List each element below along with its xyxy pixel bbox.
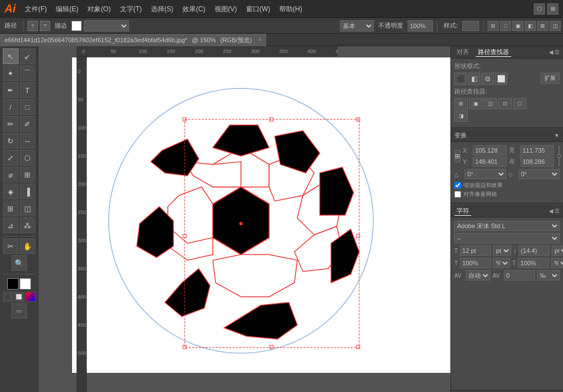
intersect-btn[interactable]: ⧉ <box>481 73 494 85</box>
tab-close-btn[interactable]: × <box>258 34 262 46</box>
width-input[interactable]: 111.735 <box>520 145 554 155</box>
eyedropper-tool[interactable]: ⊿ <box>3 217 19 233</box>
hand-tool[interactable]: ✋ <box>20 238 35 254</box>
warp-tool[interactable]: ⌀ <box>3 167 19 182</box>
scale-tool[interactable]: ⤢ <box>3 150 19 166</box>
stroke-mode-btn[interactable]: ⬜ <box>14 292 24 302</box>
shear-select[interactable]: 0° <box>519 169 560 179</box>
toolbar-extra4[interactable]: ◧ <box>525 21 536 31</box>
crop-btn[interactable]: ⊡ <box>498 98 512 109</box>
menu-edit[interactable]: 编辑(E) <box>51 0 83 18</box>
free-transform-tool[interactable]: ⊞ <box>20 167 35 182</box>
mesh-tool[interactable]: ⊞ <box>3 201 19 216</box>
shear-tool[interactable]: ⬡ <box>20 150 35 166</box>
app-logo: Ai <box>0 0 20 18</box>
zoom-tool[interactable]: 🔍 <box>11 255 27 271</box>
symbol-tool[interactable]: ◈ <box>3 184 19 199</box>
font-family-select[interactable]: Adobe 宋体 Std L <box>454 221 560 231</box>
select-tool[interactable]: ↖ <box>3 48 19 64</box>
mode-btn1[interactable]: ? <box>28 21 38 31</box>
fill-mode-btn[interactable]: ⬛ <box>3 292 13 302</box>
lasso-tool[interactable]: ⌒ <box>20 65 35 81</box>
scale-stroke-checkbox[interactable] <box>454 182 461 189</box>
outline-btn[interactable]: ⬡ <box>513 98 526 109</box>
height-input[interactable]: 108.286 <box>520 157 554 167</box>
transform-collapse-btn[interactable]: ▼ <box>554 132 560 139</box>
hscale-unit[interactable]: % <box>493 258 510 268</box>
character-tab[interactable]: 字符 <box>454 207 471 216</box>
y-input[interactable]: 148.401 <box>473 157 507 167</box>
rotate-tool[interactable]: ↻ <box>3 133 19 149</box>
scissors-tool[interactable]: ✂ <box>3 238 19 254</box>
panel-collapse-btn[interactable]: ◀ <box>549 49 553 55</box>
toolbar-extra3[interactable]: ▣ <box>512 21 524 31</box>
tracking-unit[interactable]: ‰ <box>537 270 560 280</box>
menu-select[interactable]: 选择(S) <box>146 0 178 18</box>
pencil-tool[interactable]: ✐ <box>20 116 35 132</box>
blend-mode-select[interactable]: 基本 <box>340 20 374 32</box>
tracking-input[interactable] <box>504 270 535 280</box>
pen-tool[interactable]: ✒ <box>3 82 19 98</box>
align-pixel-checkbox[interactable] <box>454 191 461 198</box>
pathfinder-tab[interactable]: 路径查找器 <box>476 48 511 57</box>
line-tool[interactable]: / <box>3 99 19 115</box>
vscale-unit[interactable]: % <box>551 258 563 268</box>
draw-mode-btn[interactable]: ▭ <box>11 303 27 319</box>
toolbar-extra5[interactable]: ⊠ <box>537 21 548 31</box>
menu-file[interactable]: 文件(F) <box>20 0 51 18</box>
transform-link-icon[interactable]: ⊞ <box>454 150 461 162</box>
menu-view[interactable]: 视图(V) <box>210 0 242 18</box>
vscale-input[interactable] <box>518 258 549 268</box>
merge-btn[interactable]: ◫ <box>484 98 497 109</box>
leading-unit-select[interactable]: pt <box>552 246 563 256</box>
toolbar-extra1[interactable]: ⊞ <box>488 21 499 31</box>
unite-btn[interactable]: ⬛ <box>454 73 467 85</box>
panel-menu-btn[interactable]: ☰ <box>555 49 560 55</box>
divide-btn[interactable]: ⊞ <box>454 98 468 109</box>
hscale-input[interactable] <box>460 258 491 268</box>
gradient-mode-btn[interactable] <box>25 292 35 302</box>
stroke-weight-select[interactable] <box>84 20 129 32</box>
active-tab[interactable]: e66fd1441d12e0566470857602ef6152_t0182a3… <box>0 34 267 46</box>
direct-select-tool[interactable]: ↙ <box>20 48 35 64</box>
opacity-input[interactable] <box>408 20 433 32</box>
magic-wand-tool[interactable]: ✦ <box>3 65 19 81</box>
minus-front-btn[interactable]: ◧ <box>468 73 480 85</box>
font-style-select[interactable]: – <box>454 233 560 243</box>
x-input[interactable]: 105.128 <box>473 145 507 155</box>
trim-btn[interactable]: ▣ <box>469 98 482 109</box>
reflect-tool[interactable]: ↔ <box>20 133 35 149</box>
rect-tool[interactable]: □ <box>20 99 35 115</box>
type-tool[interactable]: T <box>20 82 35 98</box>
minus-back-btn[interactable]: ◨ <box>454 110 468 122</box>
blend-tool[interactable]: ⁂ <box>20 217 35 233</box>
toolbar-extra6[interactable]: ◫ <box>549 21 561 31</box>
svg-text:450: 450 <box>336 48 338 54</box>
angle-select[interactable]: 0° <box>464 169 506 179</box>
leading-input[interactable] <box>519 246 549 256</box>
toolbar-extra2[interactable]: □ <box>500 21 511 31</box>
char-menu-btn[interactable]: ☰ <box>555 208 560 214</box>
mode-btn2[interactable]: ? <box>40 21 50 31</box>
size-unit-select[interactable]: pt <box>493 246 511 256</box>
menu-object[interactable]: 对象(O) <box>83 0 115 18</box>
char-collapse-btn[interactable]: ◀ <box>549 208 553 214</box>
column-graph-tool[interactable]: ▐ <box>20 184 35 199</box>
menu-window[interactable]: 窗口(W) <box>242 0 275 18</box>
paintbrush-tool[interactable]: ✏ <box>3 116 19 132</box>
stroke-color[interactable] <box>72 21 82 31</box>
gradient-tool[interactable]: ◫ <box>20 201 35 216</box>
stroke-color-swatch[interactable] <box>20 278 31 289</box>
align-tab[interactable]: 对齐 <box>454 48 471 57</box>
fill-color[interactable] <box>7 278 19 289</box>
kerning-select[interactable]: 自动 <box>466 270 490 280</box>
search-icon[interactable]: ⬡ <box>534 3 545 15</box>
expand-btn[interactable]: 扩展 <box>540 73 560 84</box>
menu-effect[interactable]: 效果(C) <box>178 0 210 18</box>
style-swatch[interactable] <box>462 21 479 31</box>
menu-help[interactable]: 帮助(H) <box>275 0 307 18</box>
exclude-btn[interactable]: ⬜ <box>495 73 507 85</box>
font-size-input[interactable] <box>460 246 491 256</box>
menu-text[interactable]: 文字(T) <box>115 0 146 18</box>
arrange-icon[interactable]: ⊞ <box>547 3 558 15</box>
